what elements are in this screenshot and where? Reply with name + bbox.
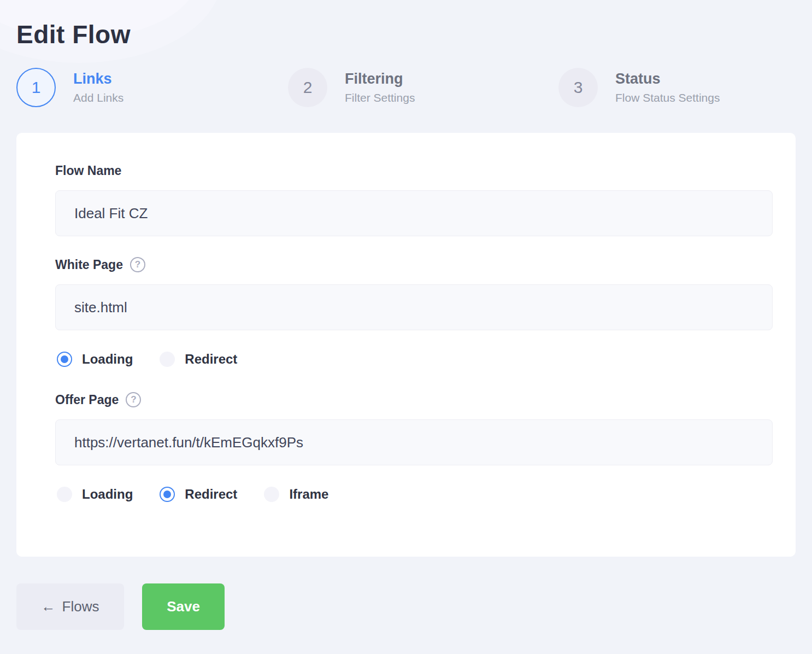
- radio-unselected-icon[interactable]: [264, 487, 279, 502]
- step-number-badge: 3: [558, 68, 598, 107]
- back-to-flows-button[interactable]: ← Flows: [16, 583, 124, 630]
- radio-unselected-icon[interactable]: [160, 352, 175, 367]
- white-page-label-text: White Page: [55, 258, 123, 272]
- white-page-mode-radio-group: Loading Redirect: [57, 352, 773, 367]
- save-button[interactable]: Save: [142, 583, 225, 630]
- step-sublabel: Add Links: [73, 91, 123, 104]
- white-page-label: White Page ?: [55, 257, 773, 272]
- stepper-step-links[interactable]: 1 Links Add Links: [16, 68, 288, 107]
- step-text: Links Add Links: [73, 71, 123, 104]
- white-page-redirect-option[interactable]: Redirect: [160, 352, 237, 367]
- radio-label: Redirect: [185, 487, 237, 502]
- radio-selected-icon[interactable]: [160, 487, 175, 502]
- step-label: Links: [73, 71, 123, 87]
- edit-flow-page: Edit Flow 1 Links Add Links 2 Filtering …: [0, 20, 812, 630]
- flow-name-label: Flow Name: [55, 164, 773, 178]
- radio-unselected-icon[interactable]: [57, 487, 72, 502]
- step-sublabel: Filter Settings: [345, 91, 415, 104]
- stepper-step-filtering[interactable]: 2 Filtering Filter Settings: [288, 68, 558, 107]
- offer-page-label: Offer Page ?: [55, 392, 773, 407]
- radio-selected-icon[interactable]: [57, 352, 72, 367]
- flow-form-card: Flow Name White Page ? Loading Redirect …: [16, 133, 796, 557]
- white-page-loading-option[interactable]: Loading: [57, 352, 133, 367]
- footer-actions: ← Flows Save: [16, 583, 796, 630]
- step-label: Filtering: [345, 71, 415, 87]
- offer-page-input[interactable]: [55, 419, 773, 465]
- radio-label: Iframe: [289, 487, 328, 502]
- offer-page-iframe-option[interactable]: Iframe: [264, 487, 328, 502]
- stepper: 1 Links Add Links 2 Filtering Filter Set…: [16, 68, 796, 107]
- page-title: Edit Flow: [16, 20, 796, 49]
- white-page-input[interactable]: [55, 284, 773, 330]
- offer-page-loading-option[interactable]: Loading: [57, 487, 133, 502]
- question-mark-icon[interactable]: ?: [130, 257, 145, 272]
- step-label: Status: [615, 71, 720, 87]
- step-text: Status Flow Status Settings: [615, 71, 720, 104]
- step-text: Filtering Filter Settings: [345, 71, 415, 104]
- flow-name-input[interactable]: [55, 190, 773, 236]
- flow-name-label-text: Flow Name: [55, 164, 121, 178]
- radio-label: Redirect: [185, 352, 237, 367]
- step-sublabel: Flow Status Settings: [615, 91, 720, 104]
- step-number-badge: 1: [16, 68, 56, 107]
- stepper-step-status[interactable]: 3 Status Flow Status Settings: [558, 68, 720, 107]
- arrow-left-icon: ←: [42, 598, 56, 615]
- offer-page-label-text: Offer Page: [55, 393, 119, 407]
- back-to-flows-label: Flows: [62, 598, 99, 615]
- radio-label: Loading: [82, 352, 133, 367]
- radio-label: Loading: [82, 487, 133, 502]
- offer-page-mode-radio-group: Loading Redirect Iframe: [57, 487, 773, 502]
- question-mark-icon[interactable]: ?: [126, 392, 141, 407]
- offer-page-redirect-option[interactable]: Redirect: [160, 487, 237, 502]
- step-number-badge: 2: [288, 68, 327, 107]
